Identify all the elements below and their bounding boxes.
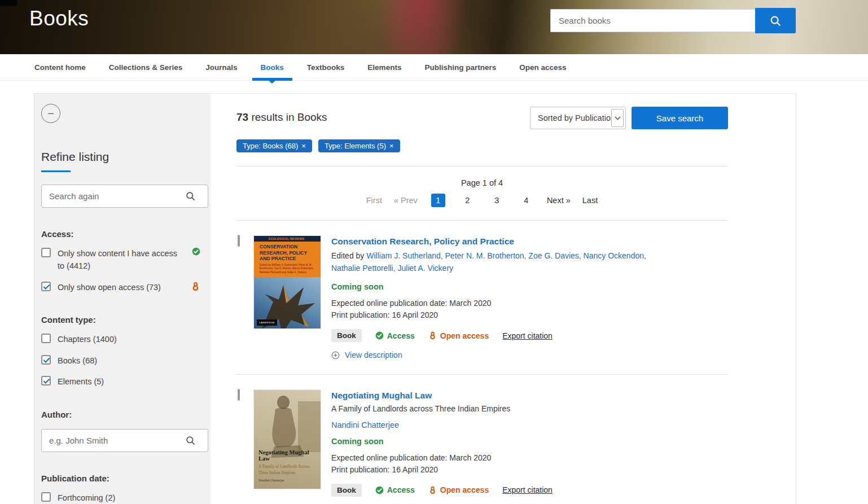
publication-dates: Expected online publication date: March … xyxy=(331,297,665,322)
sort-select[interactable]: Sorted by Publication xyxy=(530,107,626,129)
nav-books[interactable]: Books xyxy=(261,54,284,81)
access-flag: Access xyxy=(375,485,415,494)
pagination-page-1[interactable]: 1 xyxy=(431,194,445,207)
nav-elements[interactable]: Elements xyxy=(367,54,401,81)
open-access-icon xyxy=(428,485,437,495)
filter-chip-books[interactable]: Type: Books (68) × xyxy=(236,139,312,152)
book-cover[interactable]: ECOLOGICAL REVIEWS CONSERVATION RESEARCH… xyxy=(254,236,321,328)
open-access-icon xyxy=(428,331,437,340)
search-again-input[interactable] xyxy=(41,185,208,208)
filter-option-open-access[interactable]: Only show open access (73) xyxy=(41,281,203,293)
close-icon: × xyxy=(301,142,306,150)
result-item: Negotiating Mughal Law A Family of Landl… xyxy=(236,375,727,504)
nav-content-home[interactable]: Content home xyxy=(34,54,86,81)
pagination: First « Prev 1 2 3 4 Next » Last xyxy=(236,194,727,207)
author-links[interactable]: Nandini Chatterjee xyxy=(331,420,665,430)
filter-chip-elements[interactable]: Type: Elements (5) × xyxy=(318,139,400,152)
content-type-facet-label: Content type: xyxy=(41,315,203,325)
open-access-flag: Open access xyxy=(428,485,489,495)
open-access-icon xyxy=(191,281,200,294)
nav-textbooks[interactable]: Textbooks xyxy=(307,54,345,81)
checkbox[interactable] xyxy=(41,248,51,257)
hero-banner: Books xyxy=(0,0,868,54)
pagination-page-3[interactable]: 3 xyxy=(490,194,504,207)
active-filters: Type: Books (68) × Type: Elements (5) × xyxy=(236,139,727,152)
pagination-last[interactable]: Last xyxy=(582,196,598,205)
result-title-link[interactable]: Conservation Research, Policy and Practi… xyxy=(331,236,514,247)
save-search-button[interactable]: Save search xyxy=(632,107,728,129)
pagination-prev: « Prev xyxy=(394,196,418,205)
pagination-page-2[interactable]: 2 xyxy=(461,194,475,207)
header-search xyxy=(550,8,796,33)
filter-option-elements[interactable]: Elements (5) xyxy=(41,375,203,388)
divider xyxy=(236,166,727,166)
filter-option-books[interactable]: Books (68) xyxy=(41,354,203,367)
author-facet-label: Author: xyxy=(41,410,203,419)
eagle-photo: CAMBRIDGE xyxy=(254,277,321,328)
nav-collections-series[interactable]: Collections & Series xyxy=(109,54,183,81)
status-coming-soon: Coming soon xyxy=(331,282,665,291)
select-result-checkbox[interactable] xyxy=(238,389,240,401)
nav-open-access[interactable]: Open access xyxy=(519,54,566,81)
main-nav: Content home Collections & Series Journa… xyxy=(0,54,868,81)
search-icon xyxy=(769,15,782,27)
collapse-sidebar-button[interactable]: − xyxy=(41,104,60,123)
access-facet-label: Access: xyxy=(41,229,203,239)
search-input[interactable] xyxy=(550,9,755,32)
author-links[interactable]: William J. Sutherland, Peter N. M. Broth… xyxy=(331,251,646,273)
pagination-first: First xyxy=(366,196,382,205)
page-title: Books xyxy=(29,7,89,30)
export-citation-link[interactable]: Export citation xyxy=(502,331,553,340)
author-input[interactable] xyxy=(41,429,208,452)
nav-journals[interactable]: Journals xyxy=(205,54,237,81)
content-type-badge: Book xyxy=(331,484,362,497)
refine-heading: Refine listing xyxy=(41,150,203,164)
content-type-badge: Book xyxy=(331,329,362,342)
status-coming-soon: Coming soon xyxy=(331,437,665,446)
pagination-next[interactable]: Next » xyxy=(547,196,571,205)
access-flag: Access xyxy=(375,331,415,340)
access-granted-icon xyxy=(375,331,384,340)
heading-underline xyxy=(41,170,71,172)
search-button[interactable] xyxy=(755,8,796,33)
result-byline: Edited by William J. Sutherland, Peter N… xyxy=(331,250,665,274)
access-granted-icon xyxy=(375,486,384,494)
pagination-page-4[interactable]: 4 xyxy=(519,194,533,207)
checkbox[interactable] xyxy=(41,282,51,291)
search-icon[interactable] xyxy=(185,191,196,204)
content-frame: − Refine listing Access: Only show conte… xyxy=(34,93,796,504)
export-citation-link[interactable]: Export citation xyxy=(502,485,553,494)
publication-dates: Expected online publication date: March … xyxy=(331,452,665,476)
search-again-box xyxy=(41,185,203,208)
view-description-toggle[interactable]: View description xyxy=(331,350,665,360)
checkbox[interactable] xyxy=(41,355,51,365)
publication-date-facet-label: Publication date: xyxy=(41,474,203,483)
filter-option-access-granted[interactable]: Only show content I have access to (4412… xyxy=(41,247,203,273)
search-icon[interactable] xyxy=(185,435,196,448)
publisher-logo: CAMBRIDGE xyxy=(257,319,277,326)
checkbox[interactable] xyxy=(41,376,51,385)
access-granted-icon xyxy=(192,247,200,258)
filter-option-chapters[interactable]: Chapters (1400) xyxy=(41,333,203,345)
open-access-flag: Open access xyxy=(428,331,489,340)
checkbox[interactable] xyxy=(41,334,51,343)
nav-publishing-partners[interactable]: Publishing partners xyxy=(424,54,496,81)
results-panel: 73 results in Books Sorted by Publicatio… xyxy=(211,94,796,504)
filter-option-forthcoming[interactable]: Forthcoming (2) xyxy=(41,492,203,504)
close-icon: × xyxy=(389,142,394,150)
pagination-summary: Page 1 of 4 xyxy=(236,178,727,187)
result-item: ECOLOGICAL REVIEWS CONSERVATION RESEARCH… xyxy=(236,221,727,375)
select-result-checkbox[interactable] xyxy=(238,235,240,247)
result-title-link[interactable]: Negotiating Mughal Law xyxy=(331,390,432,401)
minus-icon: − xyxy=(47,108,54,119)
checkbox[interactable] xyxy=(41,492,51,502)
plus-circle-icon xyxy=(331,351,340,360)
refine-sidebar: − Refine listing Access: Only show conte… xyxy=(34,94,211,504)
book-cover[interactable]: Negotiating Mughal Law A Family of Landl… xyxy=(254,390,321,489)
chevron-down-icon xyxy=(611,109,624,127)
result-subtitle: A Family of Landlords across Three India… xyxy=(331,404,665,413)
author-search-box xyxy=(41,429,203,452)
